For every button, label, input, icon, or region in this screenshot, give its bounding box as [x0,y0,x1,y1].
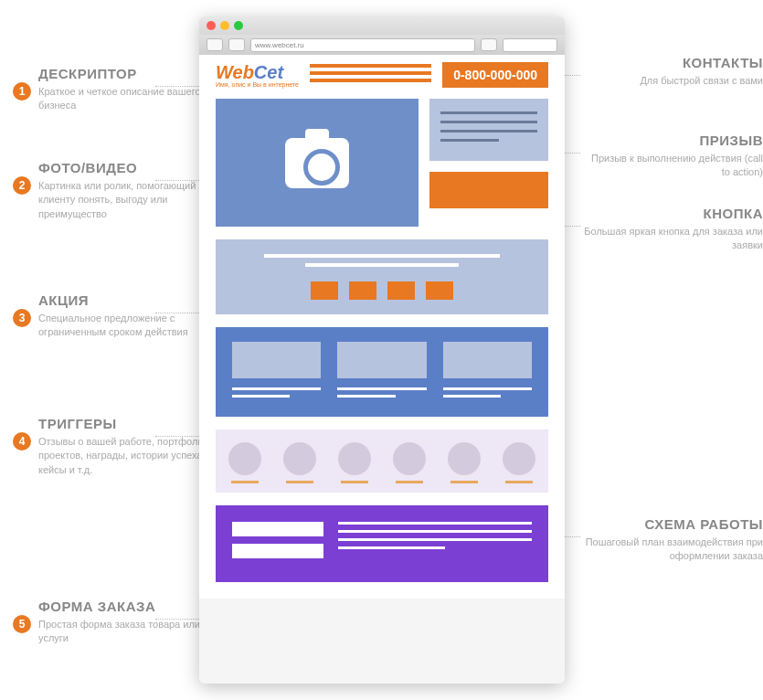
workflow-step [393,442,426,483]
annotation-promo: 3 АКЦИЯ Специальное предложение с ограни… [38,292,221,340]
workflow-section [216,430,548,493]
form-input[interactable] [232,544,323,558]
annotation-title: ФОТО/ВИДЕО [38,160,221,175]
annotation-number: 5 [13,615,31,633]
triggers-section [216,327,548,417]
annotation-photo-video: 2 ФОТО/ВИДЕО Картинка или ролик, помогаю… [38,160,221,221]
page-header: WebCet Имя, опис и Вы в интернете 0-800-… [216,62,548,88]
annotation-title: ФОРМА ЗАКАЗА [38,599,221,614]
tagline: Имя, опис и Вы в интернете [216,81,299,88]
annotation-title: КОНТАКТЫ [580,55,763,70]
annotation-descriptor: 1 ДЕСКРИПТОР Краткое и четкое описание в… [38,66,221,113]
annotation-number: 3 [13,309,31,327]
workflow-step [283,442,316,483]
workflow-step [448,442,481,483]
header-text-lines [310,64,431,86]
trigger-item [443,342,532,402]
promo-button[interactable] [349,281,376,300]
annotation-cta: 7 ПРИЗЫВ Призыв к выполнению действия (c… [580,133,763,180]
close-icon[interactable] [207,21,216,30]
annotation-number: 4 [13,432,31,451]
annotation-title: СХЕМА РАБОТЫ [580,516,763,532]
workflow-step [503,442,535,483]
annotation-number: 1 [13,82,31,101]
promo-section [216,239,548,314]
annotation-desc: Специальное предложение с ограниченным с… [38,312,221,340]
phone-number[interactable]: 0-800-000-000 [442,62,548,88]
landing-page: WebCet Имя, опис и Вы в интернете 0-800-… [199,55,565,599]
annotation-desc: Краткое и четкое описание вашего бизнеса [38,85,221,113]
minimize-icon[interactable] [220,21,229,30]
url-bar[interactable]: www.webcet.ru [250,38,475,52]
search-bar[interactable] [503,38,557,52]
camera-icon [285,138,349,188]
annotation-desc: Отзывы о вашей работе, портфолио проекто… [38,435,221,477]
back-button[interactable] [207,38,223,51]
annotation-title: ДЕСКРИПТОР [38,66,221,81]
trigger-item [232,342,321,402]
browser-toolbar: www.webcet.ru [199,35,565,55]
logo: WebCet Имя, опис и Вы в интернете [216,62,299,88]
promo-button[interactable] [387,281,415,300]
promo-button[interactable] [311,281,338,300]
reload-button[interactable] [481,38,497,51]
workflow-step [228,442,261,483]
annotation-desc: Картинка или ролик, помогающий клиенту п… [38,179,221,221]
form-input[interactable] [232,522,323,536]
annotation-form: 5 ФОРМА ЗАКАЗА Простая форма заказа това… [38,599,221,646]
primary-button[interactable] [429,172,548,208]
annotation-title: КНОПКА [580,206,763,221]
browser-titlebar [199,16,565,35]
annotation-desc: Простая форма заказа товара или услуги [38,618,221,646]
annotation-number: 2 [13,176,31,195]
order-form [216,505,548,582]
maximize-icon[interactable] [234,21,243,30]
annotation-contacts: 6 КОНТАКТЫ Для быстрой связи с вами [580,55,763,88]
annotation-desc: Призыв к выполнению действия (call to ac… [580,152,763,180]
annotation-title: ПРИЗЫВ [580,133,763,148]
cta-box [429,99,548,161]
promo-button[interactable] [426,281,453,300]
annotation-title: ТРИГГЕРЫ [38,416,221,431]
forward-button[interactable] [228,38,245,51]
browser-window: www.webcet.ru WebCet Имя, опис и Вы в ин… [199,16,565,684]
annotation-desc: Большая яркая кнопка для заказа или заяв… [580,225,763,253]
annotation-button: 8 КНОПКА Большая яркая кнопка для заказа… [580,206,763,253]
annotation-desc: Для быстрой связи с вами [580,74,763,88]
workflow-step [338,442,371,483]
trigger-item [337,342,426,402]
annotation-triggers: 4 ТРИГГЕРЫ Отзывы о вашей работе, портфо… [38,416,221,477]
annotation-desc: Пошаговый план взаимодействия при оформл… [580,536,763,564]
hero-media [216,99,419,227]
annotation-workflow: 9 СХЕМА РАБОТЫ Пошаговый план взаимодейс… [580,516,763,564]
annotation-title: АКЦИЯ [38,292,221,308]
